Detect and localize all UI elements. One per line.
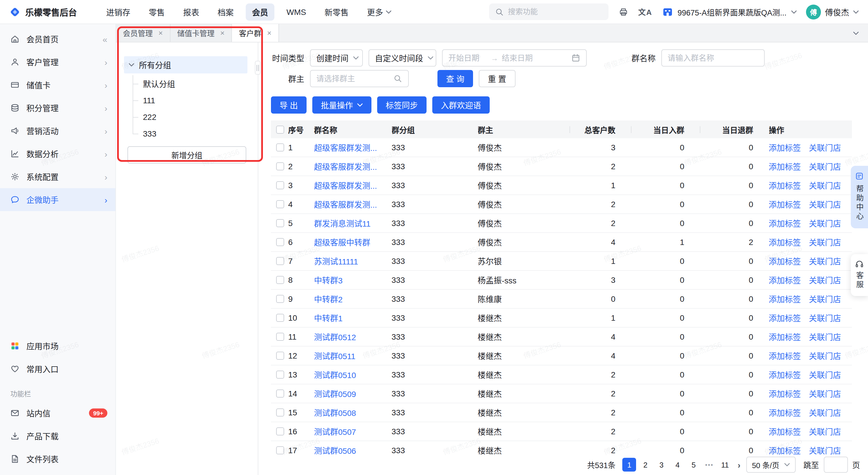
sidebar-tool-item[interactable]: 站内信 99+: [0, 402, 115, 425]
sidebar-tool-item[interactable]: 文件列表: [0, 447, 115, 470]
add-tag-link[interactable]: 添加标签: [769, 274, 801, 286]
page-tab[interactable]: 客户群 ×: [232, 24, 279, 42]
add-tag-link[interactable]: 添加标签: [769, 426, 801, 437]
date-range-picker[interactable]: →: [442, 49, 587, 67]
sidebar-shortcut-item[interactable]: 应用市场: [0, 334, 115, 358]
row-checkbox[interactable]: [276, 181, 284, 189]
top-nav-item[interactable]: 零售: [143, 3, 171, 20]
link-store-link[interactable]: 关联门店: [809, 142, 841, 153]
add-tag-link[interactable]: 添加标签: [769, 312, 801, 324]
add-tag-link[interactable]: 添加标签: [769, 217, 801, 229]
tree-root-all-groups[interactable]: 所有分组: [124, 56, 247, 73]
row-checkbox[interactable]: [276, 162, 284, 170]
top-nav-item[interactable]: 新零售: [318, 3, 355, 20]
row-checkbox[interactable]: [276, 143, 284, 151]
sidebar-item[interactable]: 系统配置 ›: [0, 165, 115, 188]
translate-icon[interactable]: 文A: [639, 6, 652, 17]
add-tag-link[interactable]: 添加标签: [769, 388, 801, 399]
group-name-link[interactable]: 测试群0507: [314, 428, 356, 437]
link-store-link[interactable]: 关联门店: [809, 179, 841, 191]
query-button[interactable]: 查 询: [437, 70, 473, 87]
store-selector[interactable]: 99675-A组新界面果蔬版QA测...: [662, 6, 797, 18]
add-tag-link[interactable]: 添加标签: [769, 369, 801, 380]
add-tag-link[interactable]: 添加标签: [769, 179, 801, 191]
page-tab[interactable]: 会员管理 ×: [116, 24, 170, 42]
group-name-link[interactable]: 超级客服群发测...: [314, 200, 377, 209]
reset-button[interactable]: 重 置: [479, 70, 516, 87]
row-checkbox[interactable]: [276, 314, 284, 322]
top-nav-item[interactable]: 更多: [361, 3, 398, 20]
calendar-icon[interactable]: [571, 53, 580, 63]
action-button[interactable]: 标签同步: [377, 96, 427, 113]
sidebar-item[interactable]: 客户管理 ›: [0, 50, 115, 73]
action-button[interactable]: 入群欢迎语: [432, 96, 490, 113]
panel-resize-handle[interactable]: [255, 61, 260, 75]
sidebar-shortcut-item[interactable]: 常用入口: [0, 358, 115, 380]
group-name-link[interactable]: 群发消息测试11: [314, 219, 371, 228]
sidebar-item[interactable]: 企微助手 ›: [0, 188, 115, 211]
group-name-link[interactable]: 测试群0509: [314, 389, 356, 399]
group-name-link[interactable]: 中转群1: [314, 314, 343, 323]
link-store-link[interactable]: 关联门店: [809, 293, 841, 305]
link-store-link[interactable]: 关联门店: [809, 255, 841, 267]
owner-select[interactable]: [310, 70, 409, 87]
start-date-input[interactable]: [448, 54, 487, 62]
add-tag-link[interactable]: 添加标签: [769, 407, 801, 418]
group-name-link[interactable]: 测试群0511: [314, 352, 355, 361]
chevron-right-icon[interactable]: ›: [104, 149, 107, 158]
group-name-link[interactable]: 超级客服群发测...: [314, 181, 377, 191]
row-checkbox[interactable]: [276, 295, 284, 303]
link-store-link[interactable]: 关联门店: [809, 445, 841, 454]
sidebar-tool-item[interactable]: 产品下载: [0, 425, 115, 447]
select-all-checkbox[interactable]: [276, 125, 284, 133]
page-button[interactable]: 4: [671, 458, 685, 472]
owner-input[interactable]: [316, 74, 390, 83]
tree-child-item[interactable]: 111: [133, 92, 247, 108]
add-tag-link[interactable]: 添加标签: [769, 445, 801, 454]
group-name-link[interactable]: 苏测试11111: [314, 257, 358, 266]
help-center-tab[interactable]: 帮助中心: [851, 166, 868, 228]
sidebar-item[interactable]: 会员首页 «: [0, 28, 115, 50]
link-store-link[interactable]: 关联门店: [809, 407, 841, 418]
search-input[interactable]: [508, 7, 603, 16]
group-name-link[interactable]: 测试群0508: [314, 408, 356, 418]
top-nav-item[interactable]: 会员: [246, 3, 274, 20]
row-checkbox[interactable]: [276, 200, 284, 208]
top-nav-item[interactable]: WMS: [280, 4, 312, 19]
collapse-sidebar-icon[interactable]: «: [102, 35, 107, 43]
page-button[interactable]: 5: [687, 458, 701, 472]
row-checkbox[interactable]: [276, 333, 284, 341]
user-menu[interactable]: 傅 傅俊杰: [806, 4, 859, 19]
row-checkbox[interactable]: [276, 238, 284, 246]
row-checkbox[interactable]: [276, 257, 284, 265]
row-checkbox[interactable]: [276, 446, 284, 454]
global-search[interactable]: [489, 3, 609, 20]
group-name-link[interactable]: 测试群0506: [314, 446, 356, 454]
time-mode-select[interactable]: 自定义时间段: [369, 49, 436, 67]
add-tag-link[interactable]: 添加标签: [769, 331, 801, 342]
group-name-link[interactable]: 中转群2: [314, 295, 343, 304]
add-tag-link[interactable]: 添加标签: [769, 142, 801, 153]
sidebar-item[interactable]: 数据分析 ›: [0, 142, 115, 165]
page-size-select[interactable]: 50 条/页: [746, 456, 795, 473]
add-group-button[interactable]: 新增分组: [127, 146, 246, 164]
row-checkbox[interactable]: [276, 219, 284, 227]
tab-list-chevron-down-icon[interactable]: [853, 31, 859, 35]
close-icon[interactable]: ×: [220, 29, 224, 37]
row-checkbox[interactable]: [276, 389, 284, 398]
printer-icon[interactable]: [619, 7, 628, 16]
link-store-link[interactable]: 关联门店: [809, 236, 841, 248]
chevron-right-icon[interactable]: ›: [104, 104, 107, 112]
chevron-right-icon[interactable]: ›: [104, 58, 107, 66]
link-store-link[interactable]: 关联门店: [809, 350, 841, 362]
add-tag-link[interactable]: 添加标签: [769, 350, 801, 362]
chevron-right-icon[interactable]: ›: [104, 127, 107, 135]
sidebar-item[interactable]: 积分管理 ›: [0, 96, 115, 119]
top-nav-item[interactable]: 进销存: [100, 3, 136, 20]
row-checkbox[interactable]: [276, 276, 284, 284]
page-button[interactable]: 3: [655, 458, 669, 472]
tree-child-item[interactable]: 222: [133, 108, 247, 125]
row-checkbox[interactable]: [276, 408, 284, 416]
link-store-link[interactable]: 关联门店: [809, 274, 841, 286]
add-tag-link[interactable]: 添加标签: [769, 293, 801, 305]
